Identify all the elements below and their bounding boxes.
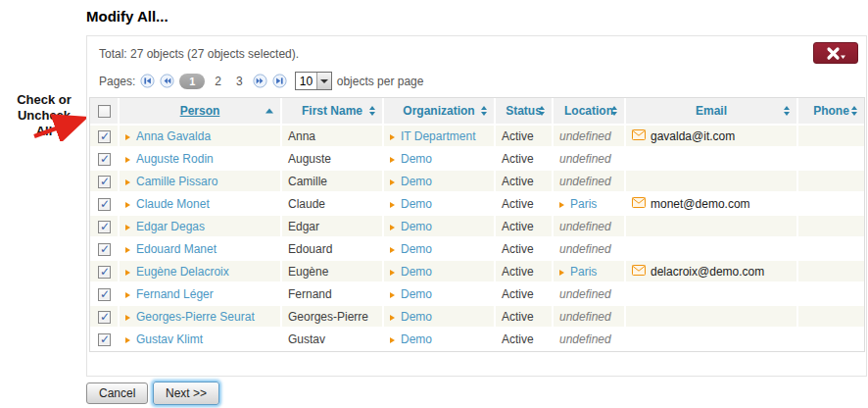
first-page-icon[interactable] xyxy=(140,74,155,88)
location-link[interactable]: Paris xyxy=(570,265,597,279)
email-cell xyxy=(626,283,798,306)
status-text: Active xyxy=(502,197,534,211)
sort-icon xyxy=(481,106,487,116)
location-link[interactable]: Paris xyxy=(570,197,597,211)
per-page-select[interactable]: 10 xyxy=(295,72,332,90)
person-cell: Eugène Delacroix xyxy=(120,261,282,283)
email-cell xyxy=(626,148,798,171)
organization-link[interactable]: Demo xyxy=(401,175,432,188)
person-link[interactable]: Edgar Degas xyxy=(136,220,205,233)
email-wrap: monet@demo.com xyxy=(632,197,791,211)
person-link[interactable]: Auguste Rodin xyxy=(136,152,214,166)
column-header-email[interactable]: Email xyxy=(626,98,798,126)
objects-table: Person First Name Organization Status xyxy=(89,97,865,352)
row-select-cell xyxy=(90,283,120,306)
person-link[interactable]: Fernand Léger xyxy=(136,287,214,301)
prev-page-icon[interactable] xyxy=(160,74,174,88)
envelope-icon xyxy=(632,265,646,279)
bullet-arrow-icon xyxy=(125,157,130,163)
select-all-checkbox[interactable] xyxy=(98,105,111,118)
column-header-person[interactable]: Person xyxy=(120,98,282,126)
email-cell xyxy=(626,216,798,238)
row-checkbox[interactable] xyxy=(98,243,111,256)
row-checkbox[interactable] xyxy=(98,288,111,301)
location-cell: Paris xyxy=(554,261,626,283)
column-header-select-all[interactable] xyxy=(90,98,120,126)
organization-link[interactable]: Demo xyxy=(401,152,432,166)
email-wrap: gavalda@it.com xyxy=(632,129,791,143)
row-checkbox[interactable] xyxy=(98,153,111,166)
row-checkbox[interactable] xyxy=(98,266,111,279)
table-body: Anna GavaldaAnnaIT DepartmentActiveundef… xyxy=(90,126,864,351)
organization-link[interactable]: Demo xyxy=(401,220,432,233)
person-cell: Claude Monet xyxy=(120,193,282,216)
cancel-button[interactable]: Cancel xyxy=(86,382,148,404)
phone-cell xyxy=(798,148,864,171)
column-label: Person xyxy=(180,104,220,118)
organization-cell: IT Department xyxy=(384,126,496,148)
last-page-icon[interactable] xyxy=(272,74,287,88)
bullet-arrow-icon xyxy=(125,270,130,276)
dropdown-arrow-icon[interactable] xyxy=(316,73,331,89)
table-row: Camille PissaroCamilleDemoActiveundefine… xyxy=(90,171,864,193)
organization-cell: Demo xyxy=(384,193,496,216)
table-row: Auguste RodinAugusteDemoActiveundefined xyxy=(90,148,864,171)
bullet-arrow-icon xyxy=(125,134,130,140)
organization-link[interactable]: Demo xyxy=(401,332,432,346)
status-cell: Active xyxy=(496,329,554,351)
next-button[interactable]: Next >> xyxy=(153,382,219,405)
column-header-phone[interactable]: Phone xyxy=(798,98,864,126)
row-checkbox[interactable] xyxy=(98,333,111,346)
organization-link[interactable]: Demo xyxy=(401,287,432,301)
organization-link[interactable]: IT Department xyxy=(401,129,475,143)
organization-cell: Demo xyxy=(384,283,496,306)
bullet-arrow-icon xyxy=(125,292,130,298)
bullet-arrow-icon xyxy=(390,179,395,185)
location-undefined-text: undefined xyxy=(559,242,611,256)
first-name-text: Camille xyxy=(288,175,327,188)
row-checkbox[interactable] xyxy=(98,130,111,143)
organization-link[interactable]: Demo xyxy=(401,310,432,324)
actions-menu-button[interactable] xyxy=(813,42,858,64)
organization-cell: Demo xyxy=(384,171,496,193)
person-link[interactable]: Anna Gavalda xyxy=(136,129,211,143)
annotation-line: Check or xyxy=(4,92,84,108)
page-link-3[interactable]: 3 xyxy=(231,75,248,88)
organization-link[interactable]: Demo xyxy=(401,242,432,256)
organization-link[interactable]: Demo xyxy=(401,197,432,211)
row-checkbox[interactable] xyxy=(98,176,111,188)
person-link[interactable]: Camille Pissaro xyxy=(136,175,217,188)
bullet-arrow-icon xyxy=(559,270,564,276)
row-checkbox[interactable] xyxy=(98,221,111,233)
location-undefined-text: undefined xyxy=(559,129,611,143)
person-link[interactable]: Edouard Manet xyxy=(136,242,217,256)
status-cell: Active xyxy=(496,216,554,238)
organization-cell: Demo xyxy=(384,261,496,283)
chevron-down-icon xyxy=(841,55,845,59)
email-cell: delacroix@demo.com xyxy=(626,261,798,283)
person-link[interactable]: Eugène Delacroix xyxy=(136,265,229,279)
person-link[interactable]: Georges-Pierre Seurat xyxy=(136,310,255,324)
organization-cell: Demo xyxy=(384,306,496,329)
column-header-first-name[interactable]: First Name xyxy=(282,98,384,126)
location-undefined-text: undefined xyxy=(559,175,611,188)
column-header-status[interactable]: Status xyxy=(496,98,554,126)
bullet-arrow-icon xyxy=(125,225,130,230)
person-link[interactable]: Gustav Klimt xyxy=(136,332,203,346)
column-header-location[interactable]: Location xyxy=(554,98,626,126)
row-checkbox[interactable] xyxy=(98,198,111,211)
person-link[interactable]: Claude Monet xyxy=(136,197,210,211)
first-name-text: Auguste xyxy=(288,152,331,166)
row-select-cell xyxy=(90,329,120,351)
location-undefined-text: undefined xyxy=(559,152,611,166)
phone-cell xyxy=(798,283,864,306)
row-checkbox[interactable] xyxy=(98,311,111,324)
column-header-organization[interactable]: Organization xyxy=(384,98,496,126)
next-page-icon[interactable] xyxy=(253,74,267,88)
first-name-cell: Claude xyxy=(282,193,384,216)
organization-link[interactable]: Demo xyxy=(401,265,432,279)
first-name-text: Georges-Pierre xyxy=(288,310,368,324)
first-name-cell: Gustav xyxy=(282,329,384,351)
page-link-2[interactable]: 2 xyxy=(210,75,226,88)
phone-cell xyxy=(798,306,864,329)
